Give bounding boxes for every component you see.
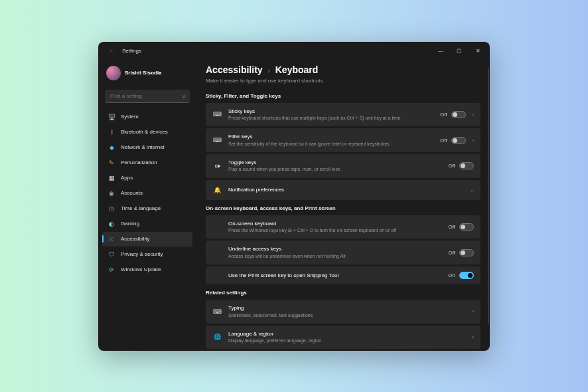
sidebar-item-label: Personalization xyxy=(121,159,157,165)
print-screen-toggle[interactable] xyxy=(459,272,474,279)
chevron-down-icon: ⌄ xyxy=(470,187,474,193)
sidebar-item-system[interactable]: 🖥️System xyxy=(102,110,192,124)
filter-keys-row[interactable]: ⌨ Filter keys Set the sensitivity of the… xyxy=(206,128,480,152)
maximize-button[interactable]: ▢ xyxy=(450,44,469,58)
section-heading: Related settings xyxy=(206,290,480,296)
sidebar-item-label: Time & language xyxy=(121,205,161,211)
titlebar: ← Settings — ▢ ✕ xyxy=(98,42,490,60)
breadcrumb-current: Keyboard xyxy=(275,64,319,75)
sticky-keys-toggle[interactable] xyxy=(451,111,466,118)
sound-icon: 🕪 xyxy=(212,161,222,171)
nav-icon: ◆ xyxy=(108,144,115,151)
filter-keys-toggle[interactable] xyxy=(451,137,466,144)
user-account-row[interactable]: Srishti Sisodia xyxy=(102,63,192,83)
onscreen-keyboard-row[interactable]: On-screen keyboard Press the Windows log… xyxy=(206,215,480,239)
settings-window: ← Settings — ▢ ✕ Srishti Sisodia ⌕ 🖥️Sys… xyxy=(98,42,490,351)
sidebar-item-personalization[interactable]: ✎Personalization xyxy=(102,155,192,170)
avatar xyxy=(106,66,121,80)
nav-icon: 🛡 xyxy=(108,250,115,258)
close-button[interactable]: ✕ xyxy=(469,44,487,58)
sidebar-item-accounts[interactable]: ◉Accounts xyxy=(102,186,192,201)
sidebar-item-label: Privacy & security xyxy=(121,251,163,257)
app-title: Settings xyxy=(122,48,141,54)
nav-icon: 🖥️ xyxy=(108,113,115,121)
sidebar-item-label: Gaming xyxy=(121,221,139,227)
section-heading: On-screen keyboard, access keys, and Pri… xyxy=(206,205,480,211)
nav-icon: ◉ xyxy=(108,189,115,197)
sidebar-item-label: Bluetooth & devices xyxy=(121,129,168,135)
onscreen-keyboard-toggle[interactable] xyxy=(459,223,474,231)
chevron-right-icon: › xyxy=(473,112,474,117)
breadcrumb: Accessibility › Keyboard xyxy=(206,64,480,75)
nav-icon: ▦ xyxy=(108,174,115,182)
sidebar-item-bluetooth-devices[interactable]: ᛒBluetooth & devices xyxy=(102,125,192,140)
main-content: Accessibility › Keyboard Make it easier … xyxy=(196,60,490,351)
nav-icon: ◐ xyxy=(108,220,115,228)
toggle-keys-toggle[interactable] xyxy=(459,162,474,169)
back-button[interactable]: ← xyxy=(105,45,118,58)
sidebar-item-time-language[interactable]: ◷Time & language xyxy=(102,201,192,216)
sidebar-item-accessibility[interactable]: ⛌Accessibility xyxy=(102,232,192,246)
keyboard-icon: ⌨ xyxy=(212,307,222,316)
sidebar-item-label: Accounts xyxy=(121,190,143,196)
sidebar: Srishti Sisodia ⌕ 🖥️SystemᛒBluetooth & d… xyxy=(98,60,196,351)
sidebar-item-network-internet[interactable]: ◆Network & internet xyxy=(102,140,192,155)
chevron-right-icon: › xyxy=(473,309,474,314)
sticky-keys-row[interactable]: ⌨ Sticky keys Press keyboard shortcuts t… xyxy=(206,103,480,127)
nav-icon: ⟳ xyxy=(108,266,115,274)
sidebar-item-label: System xyxy=(121,114,139,120)
sidebar-item-label: Windows Update xyxy=(121,266,161,272)
sidebar-item-apps[interactable]: ▦Apps xyxy=(102,171,192,185)
sidebar-item-label: Network & internet xyxy=(121,144,165,150)
user-name: Srishti Sisodia xyxy=(125,70,162,76)
bell-icon: 🔔 xyxy=(212,185,222,195)
chevron-right-icon: › xyxy=(473,138,474,143)
search-icon: ⌕ xyxy=(183,92,186,98)
sidebar-item-privacy-security[interactable]: 🛡Privacy & security xyxy=(102,247,192,262)
sidebar-item-windows-update[interactable]: ⟳Windows Update xyxy=(102,262,192,277)
scrollbar[interactable] xyxy=(488,68,489,324)
underline-access-keys-toggle[interactable] xyxy=(459,249,474,256)
chevron-right-icon: › xyxy=(473,335,474,340)
keyboard-icon: ⌨ xyxy=(212,110,222,119)
print-screen-row[interactable]: Use the Print screen key to open Snippin… xyxy=(206,266,480,284)
nav-icon: ⛌ xyxy=(108,235,115,243)
language-region-row[interactable]: 🌐 Language & region Display language, pr… xyxy=(206,326,480,349)
notification-preferences-row[interactable]: 🔔 Notification preferences ⌄ xyxy=(206,180,480,200)
sidebar-item-label: Apps xyxy=(121,175,133,181)
page-subtitle: Make it easier to type and use keyboard … xyxy=(206,78,480,84)
nav-icon: ◷ xyxy=(108,205,115,213)
breadcrumb-parent[interactable]: Accessibility xyxy=(206,64,263,75)
nav-icon: ✎ xyxy=(108,159,115,167)
underline-access-keys-row[interactable]: Underline access keys Access keys will b… xyxy=(206,241,480,264)
toggle-keys-row[interactable]: 🕪 Toggle keys Play a sound when you pres… xyxy=(206,154,480,178)
search-input[interactable] xyxy=(105,90,190,103)
minimize-button[interactable]: — xyxy=(431,44,450,58)
sidebar-item-gaming[interactable]: ◐Gaming xyxy=(102,217,192,231)
sidebar-item-label: Accessibility xyxy=(121,236,150,242)
typing-row[interactable]: ⌨ Typing Spellcheck, autocorrect, text s… xyxy=(206,300,480,324)
section-heading: Sticky, Filter, and Toggle keys xyxy=(206,93,480,99)
globe-icon: 🌐 xyxy=(212,332,222,342)
nav-icon: ᛒ xyxy=(108,128,115,136)
keyboard-icon: ⌨ xyxy=(212,136,222,145)
chevron-right-icon: › xyxy=(268,67,270,74)
